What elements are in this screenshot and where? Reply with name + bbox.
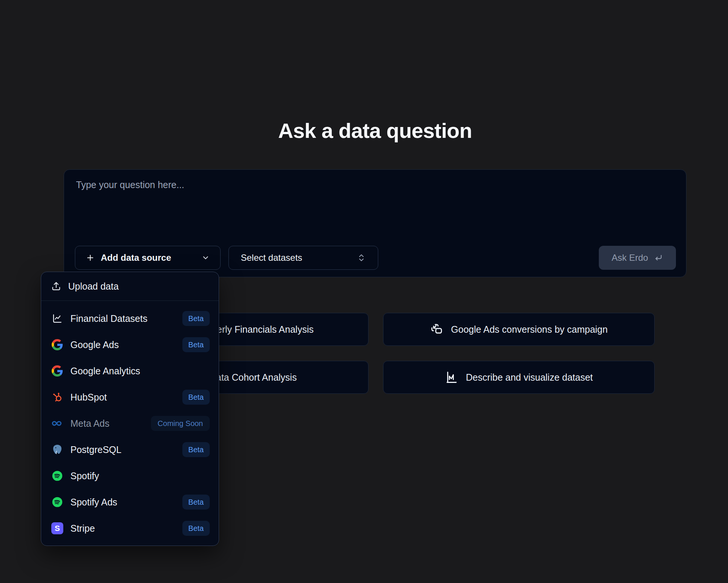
suggestion-card-label: Google Ads conversions by campaign (451, 324, 607, 335)
menu-item-spotify[interactable]: Spotify (41, 463, 219, 489)
beta-badge: Beta (182, 311, 210, 326)
chart-visualize-icon (445, 371, 458, 384)
chevrons-up-down-icon (357, 253, 366, 262)
coming-soon-badge: Coming Soon (151, 416, 210, 431)
upload-data-label: Upload data (68, 281, 119, 292)
menu-item-hubspot[interactable]: HubSpot Beta (41, 384, 219, 410)
menu-item-upload-data[interactable]: Upload data (41, 272, 219, 301)
beta-badge: Beta (182, 337, 210, 352)
beta-badge: Beta (182, 521, 210, 536)
menu-item-postgresql[interactable]: PostgreSQL Beta (41, 437, 219, 463)
spotify-icon (51, 496, 63, 508)
chart-line-icon (52, 313, 63, 324)
postgresql-icon (51, 444, 63, 456)
add-data-source-button[interactable]: Add data source (75, 246, 221, 270)
menu-item-stripe[interactable]: S Stripe Beta (41, 515, 219, 541)
suggestion-card-google-ads-conversions[interactable]: Google Ads conversions by campaign (383, 313, 655, 346)
menu-item-label: Google Analytics (70, 366, 140, 377)
plus-icon (86, 253, 95, 262)
hubspot-icon (51, 391, 63, 403)
suggestion-card-describe-visualize[interactable]: Describe and visualize dataset (383, 361, 655, 394)
menu-item-label: PostgreSQL (70, 444, 121, 455)
chevron-down-icon (201, 254, 210, 262)
ask-erdo-button[interactable]: Ask Erdo (599, 246, 676, 270)
beta-badge: Beta (182, 390, 210, 405)
stripe-icon: S (51, 522, 63, 534)
menu-item-label: Google Ads (70, 339, 119, 350)
menu-item-label: Spotify Ads (70, 497, 117, 508)
meta-icon (51, 417, 64, 430)
spotify-icon (51, 470, 63, 482)
menu-item-spotify-ads[interactable]: Spotify Ads Beta (41, 489, 219, 515)
menu-item-google-analytics[interactable]: Google Analytics (41, 358, 219, 384)
select-datasets-label: Select datasets (241, 253, 302, 263)
upload-icon (51, 281, 61, 292)
question-input[interactable] (75, 179, 668, 236)
add-data-source-label: Add data source (101, 253, 171, 263)
suggestion-card-label: Describe and visualize dataset (466, 372, 593, 383)
suggestion-card-label: ata Cohort Analysis (216, 372, 297, 383)
question-composer-panel: Add data source Select datasets Ask Erdo (64, 169, 686, 277)
menu-item-meta-ads[interactable]: Meta Ads Coming Soon (41, 410, 219, 437)
beta-badge: Beta (182, 442, 210, 457)
google-icon (52, 365, 63, 377)
return-icon (653, 253, 663, 263)
menu-item-label: Meta Ads (70, 418, 109, 429)
page-title: Ask a data question (64, 118, 686, 143)
google-icon (52, 339, 63, 350)
campaign-merge-icon (430, 323, 443, 336)
add-data-source-dropdown: Upload data Financial Datasets Beta Goog… (41, 272, 219, 546)
select-datasets-button[interactable]: Select datasets (228, 246, 378, 270)
menu-item-financial-datasets[interactable]: Financial Datasets Beta (41, 305, 219, 332)
menu-item-label: Spotify (70, 471, 99, 481)
menu-item-google-ads[interactable]: Google Ads Beta (41, 332, 219, 358)
menu-item-label: Financial Datasets (70, 313, 148, 324)
beta-badge: Beta (182, 495, 210, 510)
data-source-list: Financial Datasets Beta Google Ads Beta … (41, 301, 219, 544)
menu-item-label: HubSpot (70, 392, 107, 403)
menu-item-label: Stripe (70, 523, 95, 534)
suggestion-card-label: erly Financials Analysis (217, 324, 313, 335)
ask-erdo-label: Ask Erdo (612, 253, 648, 263)
